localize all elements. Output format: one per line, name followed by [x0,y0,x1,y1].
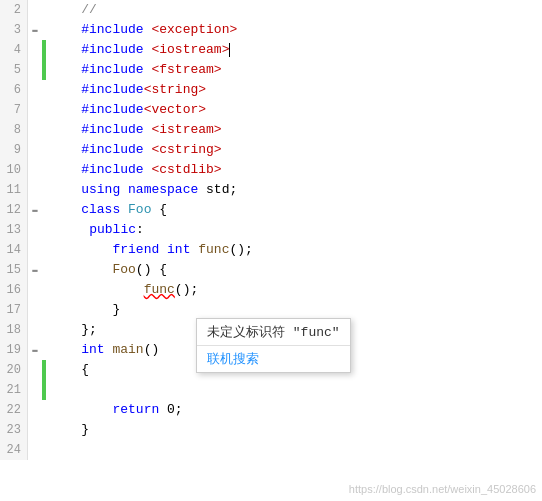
code-line-13: 13 public: [0,220,542,240]
line-num-16: 16 [0,280,28,300]
line-content-22: return 0; [46,400,183,420]
fold-16 [28,280,42,300]
line-num-2: 2 [0,0,28,20]
fold-11 [28,180,42,200]
fold-21 [28,380,42,400]
line-num-15: 15 [0,260,28,280]
code-lines: 2 // 3 ▬ #include <exception> 4 #include… [0,0,542,501]
line-num-13: 13 [0,220,28,240]
line-num-9: 9 [0,140,28,160]
line-num-7: 7 [0,100,28,120]
fold-24 [28,440,42,460]
line-content-16: func(); [46,280,198,300]
line-content-4: #include <iostream> [46,40,230,60]
fold-20 [28,360,42,380]
line-content-19: int main() [46,340,159,360]
code-line-22: 22 return 0; [0,400,542,420]
line-num-22: 22 [0,400,28,420]
code-line-14: 14 friend int func(); [0,240,542,260]
code-line-5: 5 #include <fstream> [0,60,542,80]
fold-3: ▬ [28,20,42,40]
fold-18 [28,320,42,340]
code-line-11: 11 using namespace std; [0,180,542,200]
fold-12: ▬ [28,200,42,220]
code-line-23: 23 } [0,420,542,440]
tooltip-search-link[interactable]: 联机搜索 [197,346,350,372]
line-content-9: #include <cstring> [46,140,222,160]
line-num-3: 3 [0,20,28,40]
line-num-21: 21 [0,380,28,400]
fold-5 [28,60,42,80]
line-content-6: #include<string> [46,80,206,100]
line-num-23: 23 [0,420,28,440]
line-content-18: }; [46,320,97,340]
line-num-19: 19 [0,340,28,360]
line-content-7: #include<vector> [46,100,206,120]
line-num-17: 17 [0,300,28,320]
line-content-17: } [46,300,120,320]
line-content-12: class Foo { [46,200,167,220]
line-content-21 [46,380,81,400]
fold-15: ▬ [28,260,42,280]
code-line-7: 7 #include<vector> [0,100,542,120]
code-line-9: 9 #include <cstring> [0,140,542,160]
code-line-3: 3 ▬ #include <exception> [0,20,542,40]
line-content-8: #include <istream> [46,120,222,140]
line-content-10: #include <cstdlib> [46,160,222,180]
fold-8 [28,120,42,140]
line-content-20: { [46,360,89,380]
line-content-14: friend int func(); [46,240,253,260]
code-line-24: 24 [0,440,542,460]
line-content-11: using namespace std; [46,180,237,200]
fold-14 [28,240,42,260]
line-content-24 [46,440,50,460]
code-line-6: 6 #include<string> [0,80,542,100]
line-content-15: Foo() { [46,260,167,280]
line-num-12: 12 [0,200,28,220]
line-num-14: 14 [0,240,28,260]
line-num-11: 11 [0,180,28,200]
line-num-8: 8 [0,120,28,140]
code-line-4: 4 #include <iostream> [0,40,542,60]
line-content-2: // [46,0,97,20]
line-num-24: 24 [0,440,28,460]
fold-19: ▬ [28,340,42,360]
fold-4 [28,40,42,60]
line-num-10: 10 [0,160,28,180]
error-tooltip[interactable]: 未定义标识符 "func" 联机搜索 [196,318,351,373]
code-line-2: 2 // [0,0,542,20]
code-line-10: 10 #include <cstdlib> [0,160,542,180]
line-num-20: 20 [0,360,28,380]
code-line-16: 16 func(); [0,280,542,300]
fold-13 [28,220,42,240]
fold-23 [28,420,42,440]
line-num-18: 18 [0,320,28,340]
fold-17 [28,300,42,320]
fold-2 [28,0,42,20]
tooltip-error-text: 未定义标识符 "func" [197,319,350,346]
fold-9 [28,140,42,160]
line-content-23: } [46,420,89,440]
code-line-12: 12 ▬ class Foo { [0,200,542,220]
line-content-5: #include <fstream> [46,60,222,80]
watermark: https://blog.csdn.net/weixin_45028606 [349,483,536,495]
code-line-21: 21 [0,380,542,400]
fold-10 [28,160,42,180]
fold-22 [28,400,42,420]
fold-7 [28,100,42,120]
fold-6 [28,80,42,100]
line-num-6: 6 [0,80,28,100]
code-line-17: 17 } [0,300,542,320]
line-num-5: 5 [0,60,28,80]
code-editor: 2 // 3 ▬ #include <exception> 4 #include… [0,0,542,501]
line-num-4: 4 [0,40,28,60]
code-line-15: 15 ▬ Foo() { [0,260,542,280]
line-content-13: public: [46,220,144,240]
code-line-8: 8 #include <istream> [0,120,542,140]
line-content-3: #include <exception> [46,20,237,40]
